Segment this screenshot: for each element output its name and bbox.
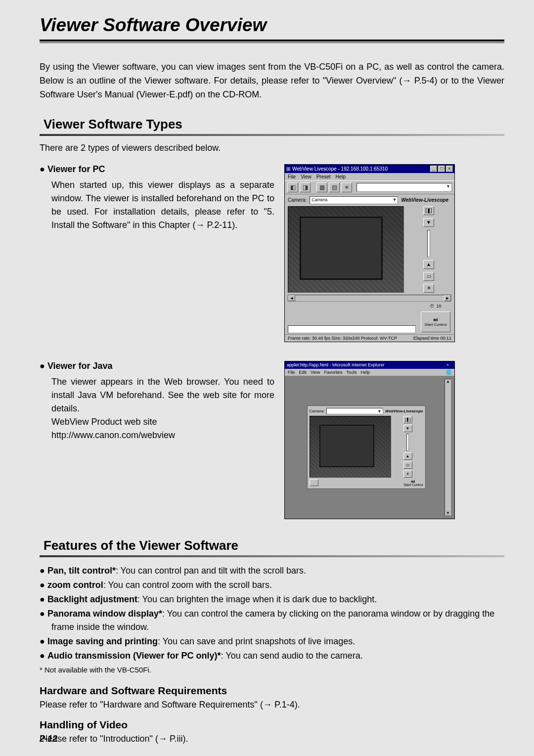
pc-video-display [288, 206, 404, 293]
applet-zoom-out[interactable]: [❚] [403, 416, 412, 423]
scroll-up-button[interactable]: ▲ [423, 260, 434, 269]
backlight-button[interactable]: ☀ [423, 284, 434, 293]
applet-camera-label: Camera: [310, 409, 325, 413]
java-applet: Camera: WebView-Livescope [❚] ▼ ▲ [307, 405, 426, 489]
section-features-wrap: Features of the Viewer Software [40, 538, 504, 557]
status-right: Elapsed time 00:11 [413, 336, 451, 341]
browser-body: Camera: WebView-Livescope [❚] ▼ ▲ [285, 376, 454, 519]
pc-hscroll[interactable]: ◄ ► [288, 295, 451, 302]
timer-icon: ⏱ [430, 304, 434, 309]
scroll-down-button[interactable]: ▼ [423, 218, 434, 227]
viewer-java-block: Viewer for Java The viewer appears in th… [40, 361, 504, 519]
bmenu-file[interactable]: File [288, 370, 295, 375]
viewer-pc-head: Viewer for PC [40, 164, 274, 175]
timer-value: 10 [436, 304, 441, 309]
zoom-slider[interactable] [427, 230, 430, 257]
feature-item: ● zoom control: You can control zoom wit… [40, 578, 504, 592]
browser-close-button[interactable]: × [446, 362, 452, 368]
pc-titlebar: ⊞ WebView Livescope - 192.168.100.1:6531… [285, 165, 454, 173]
applet-slider[interactable] [406, 434, 409, 451]
pc-menubar: File View Preset Help [285, 173, 454, 180]
applet-side-controls: [❚] ▼ ▲ ▭ ☀ [393, 416, 423, 478]
camera-label: Camera: [288, 197, 307, 203]
pc-app-icon: ⊞ [286, 166, 290, 172]
browser-content: Camera: WebView-Livescope [❚] ▼ ▲ [288, 379, 445, 516]
applet-bottom: 📷 Start Control [310, 479, 423, 487]
applet-camera-select[interactable] [326, 408, 383, 414]
brand-label: WebView-Livescope [401, 197, 451, 203]
bmenu-edit[interactable]: Edit [299, 370, 307, 375]
pc-app-title: WebView Livescope - 192.168.100.1:65310 [290, 166, 429, 172]
ie-logo-icon: 🌐 [446, 370, 451, 375]
tool-button-2[interactable]: ◨ [300, 182, 311, 192]
title-rule-thin [40, 43, 504, 43]
menu-file[interactable]: File [288, 174, 296, 179]
close-button[interactable]: × [446, 166, 453, 172]
viewer-java-text: Viewer for Java The viewer appears in th… [40, 361, 274, 442]
hscroll-left[interactable]: ◄ [288, 295, 295, 301]
hscroll-right[interactable]: ► [444, 295, 451, 301]
toolbar-combo[interactable] [356, 183, 452, 192]
section-types-header: Viewer Software Types [40, 117, 504, 132]
viewer-java-site-label: WebView Product web site [51, 415, 274, 429]
pc-progress-bar [288, 325, 416, 333]
pc-side-controls: [❚] ▼ ▲ ▭ ☀ [406, 206, 451, 293]
applet-start-label[interactable]: Start Control [403, 483, 423, 487]
types-intro: There are 2 types of viewers described b… [40, 143, 504, 153]
applet-body: [❚] ▼ ▲ ▭ ☀ [310, 416, 423, 478]
applet-pano[interactable]: ▭ [403, 461, 412, 469]
feature-item: ● Audio transmission (Viewer for PC only… [40, 649, 504, 663]
page-title: Viewer Software Overview [40, 15, 504, 36]
browser-window: applet:http://app.html - Microsoft Inter… [284, 361, 455, 519]
applet-up[interactable]: ▲ [403, 452, 412, 460]
zoom-out-button[interactable]: [❚] [423, 206, 434, 215]
bmenu-help[interactable]: Help [360, 370, 370, 375]
viewer-java-site-url: http://www.canon.com/webview [51, 429, 274, 442]
menu-view[interactable]: View [301, 174, 312, 179]
menu-preset[interactable]: Preset [316, 174, 331, 179]
sub-hw-head: Hardware and Software Requirements [40, 685, 504, 697]
browser-scrollbar[interactable] [445, 379, 451, 516]
feature-item: ● Backlight adjustment: You can brighten… [40, 593, 504, 606]
pc-app-window: ⊞ WebView Livescope - 192.168.100.1:6531… [284, 164, 455, 342]
camera-icon: 📷 [433, 317, 438, 321]
section-types-wrap: Viewer Software Types [40, 117, 504, 136]
panorama-button[interactable]: ▭ [423, 272, 434, 281]
tool-button-3[interactable]: ▦ [316, 182, 327, 192]
sub-video-head: Handling of Video [40, 719, 504, 731]
start-control-button[interactable]: 📷 Start Control [421, 311, 450, 332]
viewer-pc-text: Viewer for PC When started up, this view… [40, 164, 274, 232]
applet-btn-bottom[interactable] [310, 479, 318, 486]
viewer-pc-screenshot: ⊞ WebView Livescope - 192.168.100.1:6531… [284, 164, 504, 342]
viewer-java-head: Viewer for Java [40, 361, 274, 371]
sub-hw-body: Please refer to "Hardware and Software R… [40, 700, 504, 710]
features-list: ● Pan, tilt control*: You can control pa… [40, 564, 504, 663]
applet-video-display [310, 416, 391, 478]
maximize-button[interactable]: □ [438, 166, 445, 172]
section-features-header: Features of the Viewer Software [40, 538, 504, 553]
status-left: Frame rate: 30.40 fps Size: 320x240 Prot… [288, 336, 397, 341]
pc-toolbar: ◧ ◨ ▦ ▤ ☀ [285, 180, 454, 194]
browser-titlebar: applet:http://app.html - Microsoft Inter… [285, 361, 454, 369]
menu-help[interactable]: Help [336, 174, 346, 179]
applet-down[interactable]: ▼ [403, 425, 412, 432]
camera-select[interactable]: Camera [310, 196, 398, 204]
bmenu-fav[interactable]: Favorites [324, 370, 342, 375]
applet-bl[interactable]: ☀ [403, 470, 412, 478]
browser-title-text: applet:http://app.html - Microsoft Inter… [287, 362, 446, 368]
pc-statusbar: Frame rate: 30.40 fps Size: 320x240 Prot… [285, 334, 454, 342]
tool-button-1[interactable]: ◧ [287, 182, 298, 192]
features-footnote: * Not available with the VB-C50Fi. [40, 666, 504, 674]
viewer-pc-body: When started up, this viewer displays as… [51, 178, 274, 232]
bmenu-tools[interactable]: Tools [346, 370, 356, 375]
pc-video-area: [❚] ▼ ▲ ▭ ☀ [285, 206, 454, 295]
minimize-button[interactable]: _ [430, 166, 437, 172]
applet-camera-row: Camera: WebView-Livescope [310, 408, 423, 414]
pc-camera-row: Camera: Camera WebView-Livescope [285, 194, 454, 206]
tool-button-5[interactable]: ☀ [341, 182, 352, 192]
viewer-java-screenshot: applet:http://app.html - Microsoft Inter… [284, 361, 504, 519]
tool-button-4[interactable]: ▤ [329, 182, 340, 192]
viewer-pc-block: Viewer for PC When started up, this view… [40, 164, 504, 342]
sub-video-body: Please refer to "Introduction" (→ P.iii)… [40, 734, 504, 744]
bmenu-view[interactable]: View [311, 370, 320, 375]
